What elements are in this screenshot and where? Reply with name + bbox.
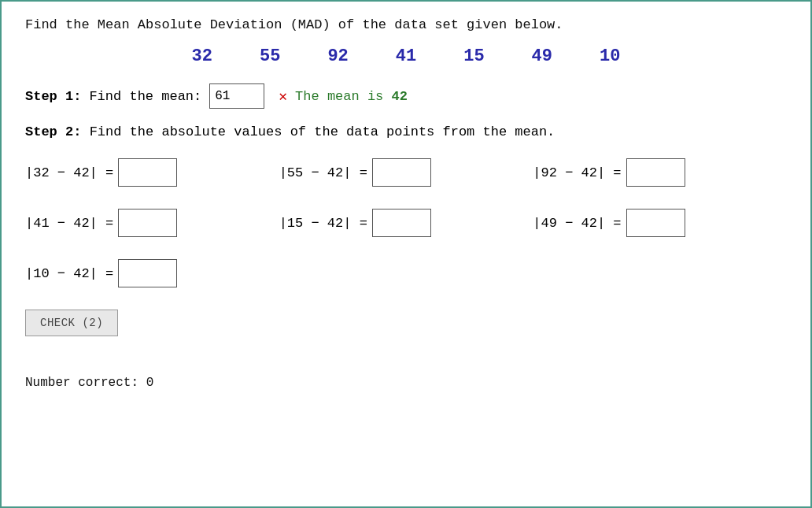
abs-expr-15: |15 − 42| = <box>279 216 367 231</box>
abs-expr-55: |55 − 42| = <box>279 165 367 180</box>
step1-text: Find the mean: <box>89 89 201 104</box>
data-number-1: 55 <box>260 46 280 66</box>
number-correct: Number correct: 0 <box>25 376 787 390</box>
step2-text: Find the absolute values of the data poi… <box>90 124 555 139</box>
x-mark-icon: ✕ <box>279 87 287 105</box>
abs-input-92[interactable] <box>626 158 685 187</box>
abs-expr-49: |49 − 42| = <box>533 216 621 231</box>
data-number-0: 32 <box>192 46 212 66</box>
abs-values-grid: |32 − 42| = |55 − 42| = |92 − 42| = |41 … <box>25 158 787 287</box>
mean-input[interactable] <box>209 83 264 109</box>
mean-correct-label: The mean is <box>295 89 391 104</box>
abs-item-empty2 <box>533 259 787 287</box>
abs-item-92: |92 − 42| = <box>533 158 787 187</box>
abs-item-49: |49 − 42| = <box>533 209 787 237</box>
abs-item-41: |41 − 42| = <box>25 209 279 237</box>
step2-label: Step 2: <box>25 124 81 139</box>
data-number-4: 15 <box>463 46 484 66</box>
abs-expr-41: |41 − 42| = <box>25 216 113 231</box>
step1-label: Step 1: <box>25 89 81 104</box>
data-number-5: 49 <box>532 46 552 66</box>
step1-row: Step 1: Find the mean: ✕ The mean is 42 <box>25 83 787 109</box>
abs-input-32[interactable] <box>118 158 177 187</box>
abs-input-55[interactable] <box>372 158 431 187</box>
abs-expr-92: |92 − 42| = <box>533 165 621 180</box>
step2-row: Step 2: Find the absolute values of the … <box>25 124 787 139</box>
abs-item-32: |32 − 42| = <box>25 158 279 187</box>
abs-input-41[interactable] <box>118 209 177 237</box>
data-numbers-row: 32 55 92 41 15 49 10 <box>25 46 787 66</box>
mean-correct-value: 42 <box>392 89 408 104</box>
abs-expr-10: |10 − 42| = <box>25 266 113 281</box>
abs-item-10: |10 − 42| = <box>25 259 279 287</box>
data-number-3: 41 <box>396 46 416 66</box>
abs-input-49[interactable] <box>626 209 685 237</box>
abs-item-15: |15 − 42| = <box>279 209 533 237</box>
abs-input-15[interactable] <box>372 209 431 237</box>
instructions: Find the Mean Absolute Deviation (MAD) o… <box>25 17 787 32</box>
abs-expr-32: |32 − 42| = <box>25 165 113 180</box>
check-button[interactable]: CHECK (2) <box>25 310 118 336</box>
mean-correct-text: The mean is 42 <box>295 89 408 104</box>
data-number-6: 10 <box>600 46 620 66</box>
abs-item-empty1 <box>279 259 533 287</box>
abs-item-55: |55 − 42| = <box>279 158 533 187</box>
abs-input-10[interactable] <box>118 259 177 287</box>
data-number-2: 92 <box>327 46 348 66</box>
